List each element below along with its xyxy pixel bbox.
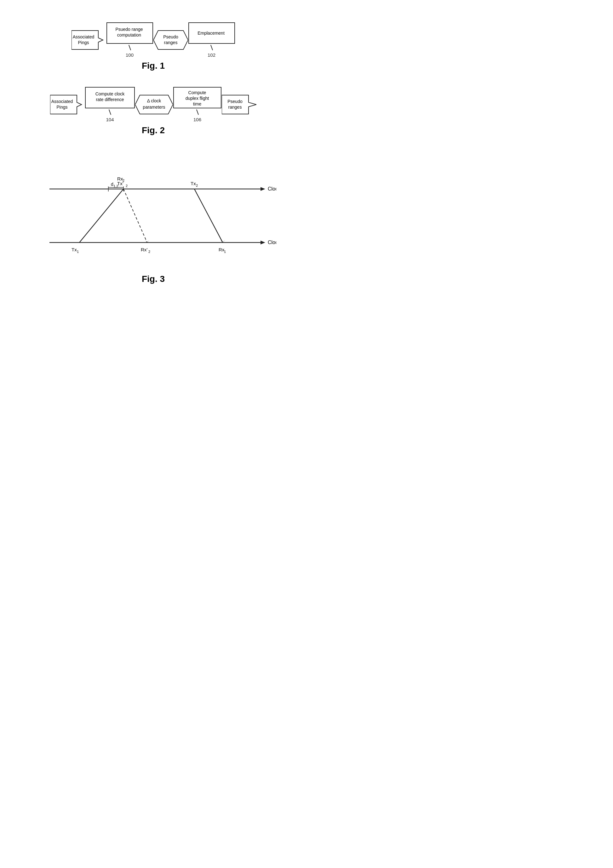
svg-line-32 [124,189,147,242]
fig2-label: Fig. 2 [19,126,288,135]
svg-text:Pseudo: Pseudo [163,34,178,39]
pseudo-ranges-1-wrapper: Pseudo ranges [154,29,188,51]
fig1-label: Fig. 1 [19,61,288,71]
d12-label: d [111,182,113,187]
svg-text:2: 2 [148,250,150,254]
tick-106 [196,109,199,115]
svg-text:Compute clock: Compute clock [95,91,125,96]
emplacement-wrapper: Emplacement 102 [188,22,235,57]
svg-text:Pings: Pings [78,40,89,45]
svg-text:computation: computation [117,33,141,37]
compute-clock-wrapper: Compute clock rate difference 104 [85,87,135,122]
svg-text:Emplacement: Emplacement [197,31,225,36]
svg-text:1: 1 [224,250,226,254]
fig3-diagram: Clock 1 Clock 2 d 1,2 Tx’ [31,151,276,271]
svg-marker-30 [261,240,265,244]
rx-prime-2-label: Rx’ [141,247,148,252]
ref-106: 106 [193,117,201,122]
compute-clock-shape: Compute clock rate difference [85,87,135,108]
assoc-pings-1-wrapper: Associated Pings [71,29,106,51]
ref-104: 104 [106,117,114,122]
svg-text:Psuedo range: Psuedo range [115,27,143,32]
rx2-label: Rx [117,176,123,181]
svg-text:Associated: Associated [51,99,73,104]
pseudo-ranges-2-wrapper: Pseudo ranges [222,93,256,116]
pseudo-range-comp-wrapper: Psuedo range computation 100 [106,22,154,57]
compute-duplex-wrapper: Compute duplex flight time 106 [173,87,222,122]
delta-clock-shape: Δ clock parameters [135,93,173,116]
svg-text:ranges: ranges [164,40,177,45]
rx1-label: Rx [219,247,225,252]
clock2-label: Clock 2 [268,240,276,245]
svg-text:ranges: ranges [228,105,242,110]
svg-text:Associated: Associated [73,34,94,39]
svg-text:duplex flight: duplex flight [186,96,209,101]
svg-text:1: 1 [77,250,79,254]
fig3-svg: Clock 1 Clock 2 d 1,2 Tx’ [31,151,276,268]
figure-3: Clock 1 Clock 2 d 1,2 Tx’ [19,151,288,284]
figure-2: Associated Pings Compute clock rate diff… [19,87,288,135]
svg-text:Compute: Compute [188,90,206,95]
svg-text:Pings: Pings [56,105,67,110]
assoc-pings-1-shape: Associated Pings [71,29,106,51]
svg-text:Pseudo: Pseudo [227,99,242,104]
pseudo-range-comp-shape: Psuedo range computation [106,22,154,44]
pseudo-ranges-1-shape: Pseudo ranges [154,29,188,51]
svg-text:Δ clock: Δ clock [147,98,161,103]
svg-marker-28 [261,187,265,191]
tick-104 [109,109,111,115]
pseudo-ranges-2-shape: Pseudo ranges [222,93,256,116]
tx2-label: Tx [191,181,196,186]
compute-duplex-shape: Compute duplex flight time [173,87,222,108]
assoc-pings-2-wrapper: Associated Pings [50,93,85,116]
svg-line-31 [79,189,124,242]
tx1-label: Tx [71,247,77,252]
fig2-flow: Associated Pings Compute clock rate diff… [19,87,288,122]
svg-text:2: 2 [196,184,198,188]
fig1-flow: Associated Pings Psuedo range computatio… [19,22,288,57]
figure-1: Associated Pings Psuedo range computatio… [19,22,288,71]
svg-text:2: 2 [123,178,124,182]
emplacement-shape: Emplacement [188,22,235,44]
delta-clock-wrapper: Δ clock parameters [135,93,173,116]
ref-102: 102 [208,52,216,57]
svg-text:parameters: parameters [143,105,165,110]
tick-102 [210,45,213,50]
clock1-label: Clock 1 [268,186,276,192]
fig3-label: Fig. 3 [19,274,288,284]
svg-text:time: time [193,101,202,107]
svg-text:rate difference: rate difference [96,97,124,102]
svg-text:2: 2 [126,184,127,188]
tick-100 [128,45,131,50]
assoc-pings-2-shape: Associated Pings [50,93,85,116]
svg-line-34 [194,189,223,242]
ref-100: 100 [126,52,133,57]
